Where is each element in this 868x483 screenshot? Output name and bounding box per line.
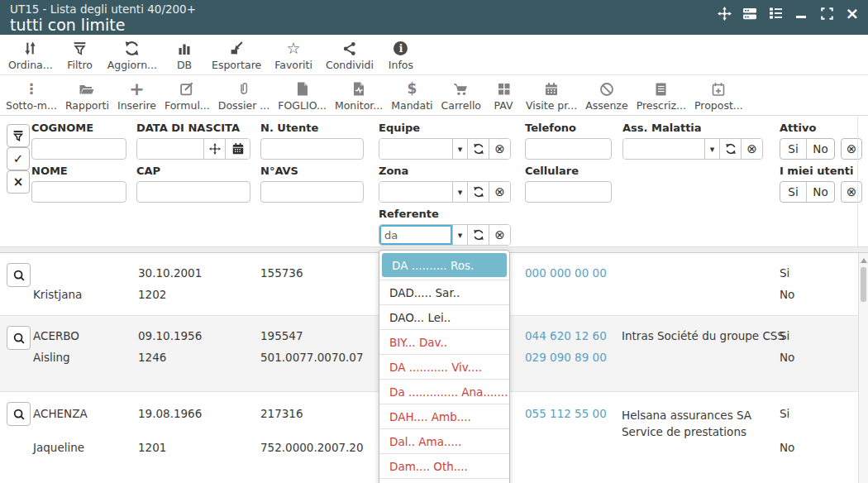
equipe-clear-button[interactable]: ⊗ bbox=[489, 139, 510, 159]
toolbar-item-assenze[interactable]: Assenze bbox=[581, 75, 632, 112]
scrollbar-thumb[interactable] bbox=[861, 267, 866, 302]
cognome-input[interactable] bbox=[31, 138, 126, 160]
open-record-button[interactable] bbox=[7, 263, 31, 287]
dropdown-item[interactable] bbox=[379, 478, 509, 483]
dropdown-item[interactable]: DAD..... Sar.. bbox=[379, 280, 509, 304]
telefono-input[interactable] bbox=[525, 138, 612, 160]
toolbar-item-condividi[interactable]: Condividi bbox=[319, 35, 380, 71]
toolbar-item-filtro[interactable]: Filtro bbox=[60, 35, 101, 71]
close-icon[interactable]: × bbox=[845, 6, 860, 21]
cell-phone2-link[interactable]: 029 090 89 00 bbox=[525, 351, 607, 364]
list-view-icon[interactable] bbox=[768, 6, 783, 21]
toolbar-item-monitoraggio[interactable]: Monitor... bbox=[331, 75, 387, 112]
date-picker-crosshair-button[interactable] bbox=[203, 139, 225, 159]
toolbar-secondary: ⋮ Sotto-m... Rapporti + Inserire Formul.… bbox=[0, 75, 868, 116]
referente-input[interactable] bbox=[379, 225, 452, 245]
toolbar-item-inserire[interactable]: + Inserire bbox=[113, 75, 160, 112]
maximize-icon[interactable] bbox=[819, 6, 834, 21]
referente-label: Referente bbox=[379, 208, 511, 222]
referente-clear-button[interactable]: ⊗ bbox=[489, 225, 510, 245]
miei-utenti-clear-button[interactable]: ⊗ bbox=[841, 181, 862, 203]
zona-input[interactable] bbox=[379, 182, 452, 202]
attivo-clear-button[interactable]: ⊗ bbox=[841, 138, 862, 160]
toolbar-item-db[interactable]: DB bbox=[164, 35, 205, 71]
cell-phone-link[interactable]: 055 112 55 00 bbox=[525, 407, 607, 420]
toolbar-item-infos[interactable]: i Infos bbox=[380, 35, 422, 71]
cap-input[interactable] bbox=[136, 181, 250, 203]
apply-filter-button[interactable]: ✓ bbox=[7, 147, 30, 170]
n-avs-input[interactable] bbox=[260, 181, 364, 203]
equipe-refresh-button[interactable] bbox=[467, 139, 489, 159]
file-pulse-icon bbox=[352, 80, 365, 98]
nome-label: NOME bbox=[31, 165, 126, 179]
referente-dropdown: DA .......... Ros. DAD..... Sar.. DAO...… bbox=[379, 250, 510, 483]
scroll-up-arrow[interactable] bbox=[861, 258, 867, 263]
toolbar-item-pav[interactable]: PAV bbox=[485, 75, 522, 112]
kebab-menu-icon: ⋮ bbox=[24, 80, 38, 98]
move-icon[interactable] bbox=[717, 6, 732, 21]
field-n-avs: N°AVS bbox=[260, 165, 364, 203]
ass-malattia-refresh-button[interactable] bbox=[719, 139, 741, 159]
app-window: UT15 - Lista degli utenti 40/200+ tutti … bbox=[0, 0, 868, 483]
toolbar-item-esportare[interactable]: Esportare bbox=[205, 35, 268, 71]
attivo-label: Attivo bbox=[780, 122, 862, 136]
toolbar-item-carrello[interactable]: Carrello bbox=[437, 75, 485, 112]
n-utente-input[interactable] bbox=[260, 138, 364, 160]
toolbar-item-rapporti[interactable]: Rapporti bbox=[61, 75, 113, 112]
attivo-no-button[interactable]: No bbox=[806, 139, 834, 159]
vertical-scrollbar[interactable] bbox=[858, 253, 868, 483]
cap-label: CAP bbox=[136, 165, 250, 179]
dropdown-item[interactable]: Dal.. Ama..... bbox=[379, 428, 509, 453]
data-nascita-input[interactable] bbox=[137, 139, 203, 159]
toolbar-item-mandati[interactable]: $ Mandati bbox=[387, 75, 436, 112]
cell-phone-link[interactable]: 000 000 00 00 bbox=[525, 266, 607, 280]
dropdown-item[interactable]: BIY... Dav.. bbox=[379, 329, 509, 354]
zona-refresh-button[interactable] bbox=[467, 182, 489, 202]
dropdown-item[interactable]: DA ........... Viv.... bbox=[379, 354, 509, 379]
cellulare-input[interactable] bbox=[525, 181, 612, 203]
clear-filter-button[interactable]: × bbox=[7, 170, 30, 194]
ass-malattia-clear-button[interactable]: ⊗ bbox=[741, 139, 762, 159]
toolbar-item-foglio[interactable]: FOGLIO... bbox=[274, 75, 331, 112]
field-attivo: Attivo Si No ⊗ bbox=[780, 122, 862, 160]
chevron-down-icon[interactable]: ▾ bbox=[452, 182, 467, 202]
edit-icon bbox=[179, 80, 195, 98]
toolbar-item-formulari[interactable]: Formul... bbox=[160, 75, 214, 112]
chevron-down-icon[interactable]: ▾ bbox=[452, 139, 467, 159]
chevron-down-icon[interactable]: ▾ bbox=[704, 139, 719, 159]
ass-malattia-input[interactable] bbox=[623, 139, 704, 159]
dropdown-item[interactable]: DAO... Lei.. bbox=[379, 304, 509, 329]
filter-toggle-button[interactable] bbox=[7, 124, 30, 147]
toolbar-item-favoriti[interactable]: ☆ Favoriti bbox=[268, 35, 319, 71]
open-record-button[interactable] bbox=[7, 326, 31, 350]
toolbar-item-sotto-menu[interactable]: ⋮ Sotto-m... bbox=[2, 75, 61, 112]
chevron-down-icon[interactable]: ▾ bbox=[452, 225, 467, 245]
cell-birthdate: 19.08.1966 bbox=[138, 407, 202, 420]
dropdown-item[interactable]: DA .......... Ros. bbox=[382, 253, 507, 277]
toolbar-item-ordina[interactable]: Ordina... bbox=[2, 35, 60, 71]
miei-utenti-no-button[interactable]: No bbox=[806, 182, 834, 202]
zona-clear-button[interactable]: ⊗ bbox=[489, 182, 510, 202]
referente-refresh-button[interactable] bbox=[467, 225, 489, 245]
attivo-si-button[interactable]: Si bbox=[780, 139, 806, 159]
layers-icon[interactable] bbox=[742, 6, 757, 21]
nome-input[interactable] bbox=[31, 181, 126, 203]
toolbar-item-proposte[interactable]: Propost... bbox=[690, 75, 747, 112]
window-title: UT15 - Lista degli utenti 40/200+ bbox=[10, 2, 196, 16]
dropdown-item[interactable]: Da .............. Ana....... bbox=[379, 379, 509, 404]
dropdown-item[interactable]: DAH.... Amb.... bbox=[379, 404, 509, 428]
equipe-input[interactable] bbox=[379, 139, 452, 159]
dropdown-item[interactable]: Dam.... Oth.... bbox=[379, 453, 509, 478]
toolbar-item-prescrizioni[interactable]: Prescriz... bbox=[632, 75, 690, 112]
cell-phone-link[interactable]: 044 620 12 60 bbox=[525, 329, 607, 342]
window-controls: × bbox=[717, 6, 860, 21]
field-referente: Referente ▾ ⊗ bbox=[379, 208, 511, 246]
toolbar-item-dossier[interactable]: Dossier ... bbox=[214, 75, 274, 112]
toolbar-item-visite[interactable]: Visite pr... bbox=[522, 75, 581, 112]
search-icon bbox=[12, 269, 26, 282]
toolbar-item-aggiorna[interactable]: Aggiorn... bbox=[101, 35, 164, 71]
calendar-button[interactable] bbox=[225, 139, 250, 159]
miei-utenti-si-button[interactable]: Si bbox=[780, 182, 806, 202]
open-record-button[interactable] bbox=[7, 402, 31, 426]
minimize-icon[interactable] bbox=[794, 6, 808, 21]
